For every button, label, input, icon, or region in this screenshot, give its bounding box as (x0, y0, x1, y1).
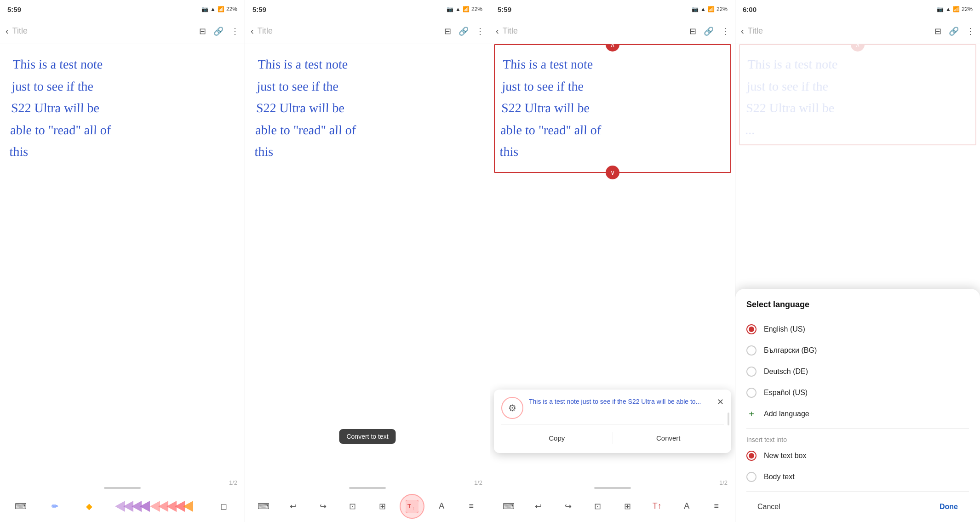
scroll-indicator-1 (104, 487, 141, 489)
lang-name-deutsch: Deutsch (DE) (764, 367, 808, 376)
title-1[interactable]: Title (12, 26, 195, 36)
top-bar-3: ‹ Title ⊟ 🔗 ⋮ (490, 18, 735, 44)
title-2[interactable]: Title (258, 26, 441, 36)
time-2: 5:59 (252, 6, 266, 13)
signal-icon-1: 📶 (218, 6, 224, 12)
more-icon-3[interactable]: ⋮ (721, 26, 729, 36)
book-icon-3[interactable]: ⊟ (689, 26, 696, 36)
handwriting-4: This is a test notejust to see if theS22… (745, 53, 971, 141)
top-icons-3: ⊟ 🔗 ⋮ (689, 26, 729, 36)
battery-text-4: 22% (962, 6, 973, 12)
text-icon-2[interactable]: A (433, 498, 450, 515)
keyboard-icon-3[interactable]: ⌨ (500, 498, 517, 515)
bottom-toolbar-1: ⌨ ✏ ◆ ◻ (0, 490, 245, 522)
insert-option-body-text[interactable]: Body text (746, 466, 969, 488)
handle-bottom[interactable]: ∨ (606, 166, 619, 179)
add-language-option[interactable]: + Add language (746, 403, 969, 424)
more-icon-4[interactable]: ⋮ (966, 26, 974, 36)
scroll-indicator-3 (594, 487, 631, 489)
redo-icon-2[interactable]: ↪ (315, 498, 331, 515)
close-popup-button[interactable]: ✕ (717, 397, 724, 407)
attach-icon-3[interactable]: 🔗 (704, 26, 714, 36)
cancel-button[interactable]: Cancel (746, 499, 791, 515)
attach-icon-2[interactable]: 🔗 (458, 26, 469, 36)
radio-new-textbox[interactable] (746, 451, 756, 461)
undo-icon-3[interactable]: ↩ (530, 498, 547, 515)
back-button-2[interactable]: ‹ (251, 26, 254, 36)
time-4: 6:00 (743, 6, 756, 13)
status-bar-2: 5:59 📷 ▲ 📶 22% (245, 0, 490, 18)
redo-icon-3[interactable]: ↪ (560, 498, 576, 515)
book-icon-4[interactable]: ⊟ (934, 26, 941, 36)
convert-text-svg: T ↑ (406, 500, 418, 513)
handle-top[interactable]: ∧ (606, 44, 619, 52)
svg-text:T: T (407, 503, 411, 510)
note-area-3: ∧ ∨ This is a test notejust to see if th… (490, 44, 735, 490)
radio-bulgarian[interactable] (746, 345, 756, 356)
copy-button[interactable]: Copy (501, 430, 613, 446)
more-icon-1[interactable]: ⋮ (231, 26, 239, 36)
top-icons-1: ⊟ 🔗 ⋮ (199, 26, 239, 36)
insert-option-body-text-label: Body text (764, 473, 795, 481)
convert-popup: ⚙ This is a test note just to see if the… (494, 390, 731, 453)
convert-text-icon-3[interactable]: T↑ (649, 498, 665, 515)
camera-icon-4: 📷 (937, 6, 944, 12)
undo-icon-2[interactable]: ↩ (285, 498, 302, 515)
lang-option-bulgarian[interactable]: Български (BG) (746, 340, 969, 361)
lasso-icon-2[interactable]: ⊡ (344, 498, 361, 515)
radio-deutsch[interactable] (746, 367, 756, 377)
back-button-1[interactable]: ‹ (6, 26, 9, 36)
gear-circle-icon[interactable]: ⚙ (501, 397, 523, 419)
handwriting-2: This is a test notejust to see if theS22… (254, 53, 481, 163)
attach-icon-4[interactable]: 🔗 (949, 26, 959, 36)
signal-icon-2: 📶 (463, 6, 470, 12)
title-4[interactable]: Title (748, 26, 931, 36)
top-bar-2: ‹ Title ⊟ 🔗 ⋮ (245, 18, 490, 44)
highlighter-icon-1[interactable]: ◆ (81, 498, 97, 515)
format-icon-2[interactable]: ⊞ (374, 498, 390, 515)
camera-icon-2: 📷 (447, 6, 453, 12)
convert-button[interactable]: Convert (613, 430, 724, 446)
top-bar-1: ‹ Title ⊟ 🔗 ⋮ (0, 18, 245, 44)
lang-option-espanol[interactable]: Español (US) (746, 382, 969, 403)
radio-english[interactable] (746, 324, 756, 334)
language-dialog: Select language English (US) Български (… (735, 289, 980, 522)
scroll-indicator-2 (349, 487, 386, 489)
pen-icon-1[interactable]: ✏ (47, 498, 63, 515)
status-bar-1: 5:59 📷 ▲ 📶 22% (0, 0, 245, 18)
convert-text-icon-2[interactable]: T ↑ (404, 498, 420, 515)
book-icon-1[interactable]: ⊟ (199, 26, 206, 36)
status-icons-4: 📷 ▲ 📶 22% (937, 6, 973, 12)
text-icon-3[interactable]: A (678, 498, 695, 515)
handwriting-3: This is a test notejust to see if theS22… (499, 53, 726, 163)
radio-espanol[interactable] (746, 388, 756, 398)
attach-icon-1[interactable]: 🔗 (213, 26, 224, 36)
wifi-icon-1: ▲ (210, 6, 216, 12)
keyboard-icon-1[interactable]: ⌨ (12, 498, 29, 515)
bottom-toolbar-2: ⌨ ↩ ↪ ⊡ ⊞ T ↑ A ≡ (245, 490, 490, 522)
time-3: 5:59 (498, 6, 511, 13)
more-text-icon-3[interactable]: ≡ (708, 498, 725, 515)
insert-option-new-textbox-label: New text box (764, 452, 806, 460)
note-area-1: This is a test notejust to see if theS22… (0, 44, 245, 490)
radio-body-text[interactable] (746, 472, 756, 482)
title-3[interactable]: Title (503, 26, 686, 36)
lasso-icon-3[interactable]: ⊡ (590, 498, 606, 515)
format-icon-3[interactable]: ⊞ (619, 498, 636, 515)
camera-icon-3: 📷 (692, 6, 699, 12)
back-button-4[interactable]: ‹ (741, 26, 744, 36)
lang-option-deutsch[interactable]: Deutsch (DE) (746, 361, 969, 382)
page-indicator-2: 1/2 (474, 479, 482, 486)
radio-inner-english (749, 327, 754, 332)
back-button-3[interactable]: ‹ (496, 26, 499, 36)
insert-option-new-textbox[interactable]: New text box (746, 445, 969, 466)
eraser-icon-1[interactable]: ◻ (216, 498, 232, 515)
keyboard-icon-2[interactable]: ⌨ (255, 498, 272, 515)
book-icon-2[interactable]: ⊟ (444, 26, 451, 36)
more-icon-2[interactable]: ⋮ (476, 26, 484, 36)
page-indicator-3: 1/2 (719, 479, 728, 486)
more-text-icon-2[interactable]: ≡ (463, 498, 480, 515)
done-button[interactable]: Done (928, 499, 969, 515)
popup-actions: Copy Convert (501, 424, 724, 446)
lang-option-english[interactable]: English (US) (746, 319, 969, 340)
